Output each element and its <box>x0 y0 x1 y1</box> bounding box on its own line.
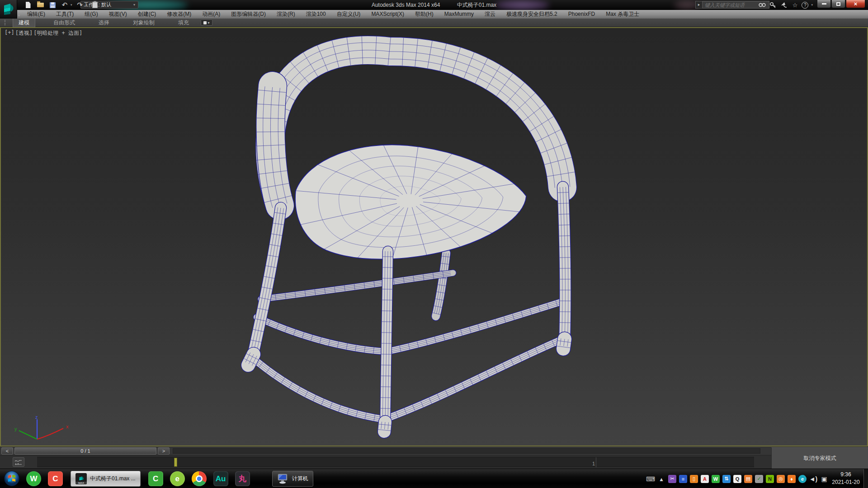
help-dropdown[interactable]: ▾ <box>811 3 813 7</box>
search-arrow-button[interactable]: ▸ <box>695 1 703 9</box>
volume-icon[interactable]: ◄) <box>809 475 817 483</box>
perspective-viewport[interactable]: [+] [透视] [明暗处理 + 边面] z y x <box>0 27 868 446</box>
computer-icon <box>277 474 289 484</box>
menu-item[interactable]: 渲染(R) <box>271 10 301 19</box>
eset-tray-icon[interactable]: e <box>798 475 807 483</box>
axis-z-label: z <box>35 416 38 420</box>
usb-eject-tray-icon[interactable]: ✓ <box>755 475 763 483</box>
undo-button[interactable]: ↶ <box>60 1 69 9</box>
time-slider-track[interactable] <box>173 448 760 454</box>
ribbon-grip-handle[interactable] <box>5 20 5 25</box>
time-slider-handle[interactable]: 0 / 1 <box>14 447 156 455</box>
communication-center-icon[interactable] <box>780 1 788 9</box>
viewport-menu-shading[interactable]: [明暗处理 + 边面] <box>33 29 82 37</box>
ribbon-tab[interactable]: 填充 <box>173 19 194 27</box>
undo-icon: ↶ <box>62 2 68 8</box>
ribbon-minimize-button[interactable]: ▾ <box>201 19 212 26</box>
start-button[interactable] <box>4 470 20 487</box>
restore-button[interactable] <box>831 0 845 8</box>
project-folder-button[interactable] <box>90 1 99 9</box>
menu-item[interactable]: 自定义(U) <box>331 10 366 19</box>
chrome-icon[interactable] <box>192 471 207 486</box>
chevron-down-icon: ▾ <box>133 1 135 8</box>
huorong-tray-icon[interactable]: ♦ <box>788 475 796 483</box>
camtasia-red-icon[interactable]: C <box>48 471 63 486</box>
open-file-icon <box>37 3 44 7</box>
menu-item[interactable]: Max 杀毒卫士 <box>600 10 645 19</box>
menu-item[interactable]: 组(G) <box>79 10 103 19</box>
sync-tray-icon[interactable]: ⇅ <box>722 475 731 483</box>
menu-item[interactable]: 极速瘦身安全归档5.2 <box>501 10 563 19</box>
ribbon-tab[interactable]: 建模 <box>13 18 35 27</box>
taskbar-clock[interactable]: 9:36 2021-01-20 <box>830 471 862 486</box>
ribbon-tab[interactable]: 选择 <box>93 19 115 27</box>
minimize-button[interactable] <box>817 0 831 8</box>
taskbar-task-computer[interactable]: 计算机 <box>272 471 313 487</box>
screenshot-tray-icon[interactable]: ◎ <box>777 475 785 483</box>
taskbar-active-task-3dsmax[interactable]: MAX 中式椅子01.max ... <box>71 471 141 487</box>
menu-item[interactable]: 帮助(H) <box>410 10 439 19</box>
viewport-menu-view[interactable]: [透视] <box>15 29 33 37</box>
track-bar-strip[interactable]: 1 <box>37 457 754 467</box>
project-folder-icon <box>92 2 98 8</box>
redo-button[interactable]: ↷ <box>75 1 85 9</box>
keyboard-icon[interactable]: ⌨ <box>646 475 655 483</box>
menu-item[interactable]: 创建(C) <box>132 10 162 19</box>
wechat-icon[interactable]: W <box>26 471 41 486</box>
close-button[interactable]: × <box>846 0 865 8</box>
open-mini-curve-editor-button[interactable] <box>13 457 24 467</box>
acrobat-tray-icon[interactable]: A <box>701 475 709 483</box>
phone-assistant-tray-icon[interactable]: ▯ <box>690 475 698 483</box>
wanzi-icon[interactable]: 丸 <box>235 471 250 486</box>
current-frame-marker[interactable] <box>174 458 177 467</box>
system-tray: ⌨▴✂≡▯AW⇅Q▤✓N◎♦e◄)▣ <box>646 469 828 488</box>
qq-tray-icon[interactable]: Q <box>733 475 741 483</box>
scissors-tray-icon[interactable]: ✂ <box>668 475 676 483</box>
network-icon[interactable]: ▣ <box>820 475 828 483</box>
axis-x-label: x <box>66 424 69 429</box>
camtasia-green-icon[interactable]: C <box>148 471 163 486</box>
3dsmax-task-icon: MAX <box>75 473 87 484</box>
360-browser-icon[interactable]: e <box>170 471 185 486</box>
save-file-button[interactable] <box>48 1 57 9</box>
help-icon[interactable]: ? <box>802 2 808 9</box>
logo-flyout-arrow[interactable]: ▾ <box>18 14 20 18</box>
menu-item[interactable]: 渲云 <box>479 10 501 19</box>
menu-item[interactable]: 动画(A) <box>197 10 226 19</box>
netdisk-tray-icon[interactable]: ≡ <box>679 475 687 483</box>
application-menu-button[interactable] <box>0 0 17 19</box>
next-frame-button[interactable]: > <box>158 447 170 455</box>
ribbon-tab[interactable]: 对象绘制 <box>127 19 160 27</box>
previous-frame-button[interactable]: < <box>1 447 13 455</box>
menu-item[interactable]: 视图(V) <box>104 10 132 19</box>
wechat-tray-icon[interactable]: W <box>712 475 720 483</box>
restore-icon <box>836 2 840 6</box>
key-icon[interactable] <box>769 1 777 9</box>
clock-time: 9:36 <box>830 471 862 479</box>
computer-task-label: 计算机 <box>292 475 308 483</box>
viewport-menu-plus[interactable]: [+] <box>5 29 14 37</box>
chair-wireframe-model[interactable] <box>1 28 867 446</box>
menu-item[interactable]: MAXScript(X) <box>366 10 410 19</box>
mini-curve-editor-icon <box>14 459 23 465</box>
undo-dropdown[interactable]: ▾ <box>71 3 72 7</box>
show-hidden-icons[interactable]: ▴ <box>657 475 665 483</box>
browser-tray-icon[interactable]: ▤ <box>744 475 752 483</box>
menu-item[interactable]: 编辑(E) <box>22 10 51 19</box>
show-desktop-button[interactable] <box>863 469 868 488</box>
cancel-expert-mode-button[interactable]: 取消专家模式 <box>804 455 836 462</box>
ribbon-tab[interactable]: 自由形式 <box>48 19 80 27</box>
menu-item[interactable]: MaxMummy <box>439 10 479 19</box>
menu-item[interactable]: PhoenixFD <box>563 10 600 19</box>
redo-dropdown[interactable]: ▾ <box>86 3 88 7</box>
menu-item[interactable]: 图形编辑器(D) <box>226 10 271 19</box>
menu-item[interactable]: 渲染100 <box>301 10 331 19</box>
audition-icon[interactable]: Au <box>213 471 228 486</box>
menu-item[interactable]: 工具(T) <box>51 10 79 19</box>
new-scene-button[interactable] <box>24 1 33 9</box>
menu-item[interactable]: 修改器(M) <box>161 10 197 19</box>
open-file-button[interactable] <box>36 1 45 9</box>
search-icon[interactable] <box>758 1 766 9</box>
favorites-star-icon[interactable]: ☆ <box>791 1 799 9</box>
nvidia-tray-icon[interactable]: N <box>766 475 774 483</box>
